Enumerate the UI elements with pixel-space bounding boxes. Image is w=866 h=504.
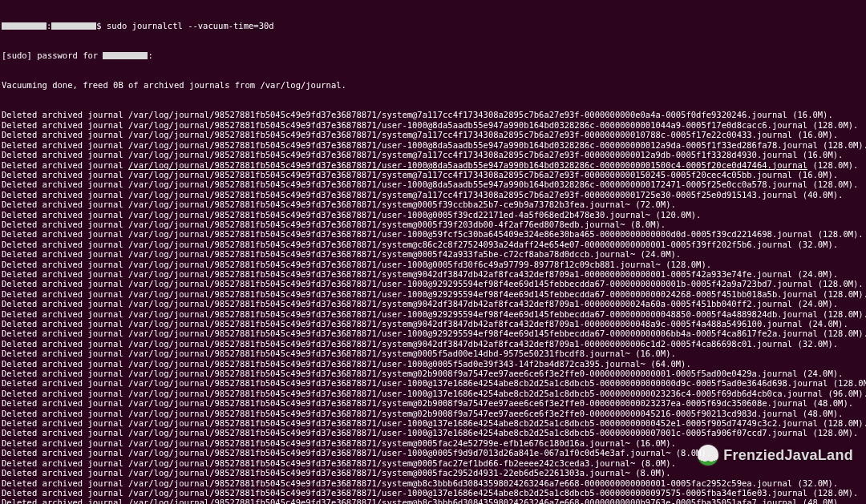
deleted-entry-line: Deleted archived journal /var/log/journa… [2,389,864,398]
deleted-entry-line: Deleted archived journal /var/log/journa… [2,309,864,319]
deleted-entry-line: Deleted archived journal /var/log/journa… [2,458,864,468]
journal-path: /var/log/journal/98527881fb5045c49e9fd37… [128,428,807,437]
deleted-entry-line: Deleted archived journal /var/log/journa… [2,210,864,220]
journal-path: /var/log/journal/98527881fb5045c49e9fd37… [128,269,792,279]
deleted-prefix: Deleted archived journal [2,190,128,200]
deleted-prefix: Deleted archived journal [2,210,128,220]
deleted-entry-line: Deleted archived journal /var/log/journa… [2,448,864,458]
journal-size: (128.0M). [818,289,866,299]
journal-size: (128.0M). [818,329,866,338]
deleted-prefix: Deleted archived journal [2,498,128,504]
deleted-prefix: Deleted archived journal [2,319,128,329]
deleted-entry-line: Deleted archived journal /var/log/journa… [2,378,864,388]
deleted-prefix: Deleted archived journal [2,448,128,458]
deleted-prefix: Deleted archived journal [2,369,128,378]
deleted-entry-line: Deleted archived journal /var/log/journa… [2,120,864,130]
deleted-entry-line: Deleted archived journal /var/log/journa… [2,249,864,259]
journal-size: (16.0M). [787,110,833,119]
journal-path: /var/log/journal/98527881fb5045c49e9fd37… [128,378,828,388]
deleted-entry-line: Deleted archived journal /var/log/journa… [2,110,864,119]
journal-path: /var/log/journal/98527881fb5045c49e9fd37… [128,229,812,239]
deleted-entry-line: Deleted archived journal /var/log/journa… [2,409,864,418]
deleted-prefix: Deleted archived journal [2,260,128,269]
journal-path: /var/log/journal/98527881fb5045c49e9fd37… [128,220,625,229]
deleted-prefix: Deleted archived journal [2,179,128,189]
journal-size: (72.0M). [630,200,676,209]
journal-path: /var/log/journal/98527881fb5045c49e9fd37… [128,120,807,130]
deleted-prefix: Deleted archived journal [2,339,128,349]
deleted-prefix: Deleted archived journal [2,269,128,279]
journal-size: (40.0M). [798,190,844,200]
journal-path: /var/log/journal/98527881fb5045c49e9fd37… [128,398,807,408]
deleted-entry-line: Deleted archived journal /var/log/journa… [2,160,864,170]
journal-size: (96.0M). [823,389,866,398]
deleted-prefix: Deleted archived journal [2,418,128,428]
journal-size: (16.0M). [792,170,838,179]
deleted-entry-line: Deleted archived journal /var/log/journa… [2,468,864,478]
deleted-entry-line: Deleted archived journal /var/log/journa… [2,289,864,299]
deleted-entry-line: Deleted archived journal /var/log/journa… [2,269,864,279]
sudo-password-line: [sudo] password for : [2,50,864,60]
journal-size: (128.0M). [807,120,858,130]
journal-path: /var/log/journal/98527881fb5045c49e9fd37… [128,140,818,150]
journal-path: /var/log/journal/98527881fb5045c49e9fd37… [128,389,823,398]
deleted-prefix: Deleted archived journal [2,329,128,338]
journal-path: /var/log/journal/98527881fb5045c49e9fd37… [128,488,807,498]
deleted-prefix: Deleted archived journal [2,488,128,498]
deleted-entry-line: Deleted archived journal /var/log/journa… [2,329,864,338]
deleted-prefix: Deleted archived journal [2,240,128,249]
journal-size: (128.0M). [812,229,863,239]
journal-path: /var/log/journal/98527881fb5045c49e9fd37… [128,409,797,418]
deleted-prefix: Deleted archived journal [2,279,128,288]
journal-size: (128.0M). [661,260,711,269]
deleted-prefix: Deleted archived journal [2,359,128,369]
deleted-prefix: Deleted archived journal [2,409,128,418]
journal-size: (48.0M). [798,409,844,418]
journal-path: /var/log/journal/98527881fb5045c49e9fd37… [128,339,792,349]
journal-size: (16.0M). [792,130,838,139]
journal-path: /var/log/journal/98527881fb5045c49e9fd37… [128,438,630,448]
deleted-prefix: Deleted archived journal [2,229,128,239]
journal-path: /var/log/journal/98527881fb5045c49e9fd37… [128,170,792,179]
deleted-entry-line: Deleted archived journal /var/log/journa… [2,279,864,288]
deleted-prefix: Deleted archived journal [2,170,128,179]
prompt-dollar: $ [96,21,107,30]
deleted-entry-line: Deleted archived journal /var/log/journa… [2,478,864,488]
deleted-prefix: Deleted archived journal [2,220,128,229]
deleted-prefix: Deleted archived journal [2,389,128,398]
journal-size: (48.0M). [798,498,844,504]
journal-size: (32.0M). [792,339,838,349]
journal-path: /var/log/journal/98527881fb5045c49e9fd37… [128,200,630,209]
journal-size: (24.0M). [792,269,838,279]
deleted-entry-line: Deleted archived journal /var/log/journa… [2,190,864,200]
prompt-line: :$ sudo journalctl --vacuum-time=30d [2,21,864,30]
deleted-entry-line: Deleted archived journal /var/log/journa… [2,220,864,229]
journal-path: /var/log/journal/98527881fb5045c49e9fd37… [128,160,807,170]
deleted-entry-line: Deleted archived journal /var/log/journa… [2,369,864,378]
deleted-prefix: Deleted archived journal [2,378,128,388]
journal-path: /var/log/journal/98527881fb5045c49e9fd37… [128,150,797,159]
deleted-prefix: Deleted archived journal [2,110,128,119]
cwd-redacted [51,22,96,30]
deleted-entry-line: Deleted archived journal /var/log/journa… [2,150,864,159]
journal-size: (16.0M). [798,150,844,159]
deleted-entry-line: Deleted archived journal /var/log/journa… [2,418,864,428]
journal-path: /var/log/journal/98527881fb5045c49e9fd37… [128,240,792,249]
deleted-prefix: Deleted archived journal [2,299,128,308]
deleted-prefix: Deleted archived journal [2,249,128,259]
journal-path: /var/log/journal/98527881fb5045c49e9fd37… [128,369,797,378]
deleted-entry-line: Deleted archived journal /var/log/journa… [2,319,864,329]
sudo-suffix: : [148,50,152,60]
deleted-entry-line: Deleted archived journal /var/log/journa… [2,359,864,369]
terminal-output[interactable]: :$ sudo journalctl --vacuum-time=30d [su… [2,1,864,504]
journal-size: (8.0M). [635,458,676,468]
deleted-entry-line: Deleted archived journal /var/log/journa… [2,438,864,448]
journal-path: /var/log/journal/98527881fb5045c49e9fd37… [128,130,792,139]
journal-path: /var/log/journal/98527881fb5045c49e9fd37… [128,279,812,288]
journal-size: (120.0M). [650,210,701,220]
journal-path: /var/log/journal/98527881fb5045c49e9fd37… [128,319,803,329]
journal-path: /var/log/journal/98527881fb5045c49e9fd37… [128,249,635,259]
journal-size: (128.0M). [807,428,858,437]
journal-path: /var/log/journal/98527881fb5045c49e9fd37… [128,468,630,478]
deleted-entry-line: Deleted archived journal /var/log/journa… [2,179,864,189]
